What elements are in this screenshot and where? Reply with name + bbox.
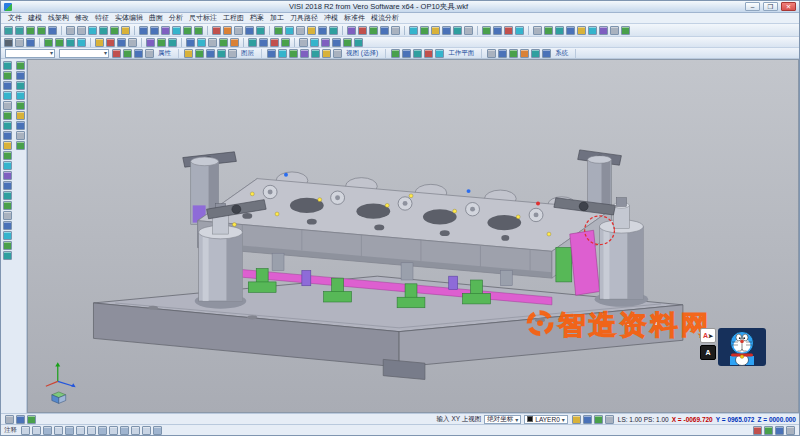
status-toggle-icon[interactable]	[98, 426, 107, 435]
toolbar-icon[interactable]	[318, 26, 327, 35]
status-toggle-icon[interactable]	[142, 426, 151, 435]
toolbar-icon[interactable]	[77, 26, 86, 35]
menu-item[interactable]: 文件	[5, 13, 25, 23]
close-button[interactable]: ✕	[781, 2, 796, 11]
toolbar-icon[interactable]	[245, 26, 254, 35]
toolbar-icon[interactable]	[146, 38, 155, 47]
status-icon[interactable]	[786, 426, 795, 435]
toolbar-icon[interactable]	[577, 26, 586, 35]
tool-palette-icon[interactable]	[16, 141, 25, 150]
status-toggle-icon[interactable]	[32, 426, 41, 435]
toolbar-icon[interactable]	[380, 26, 389, 35]
status-icon[interactable]	[27, 415, 36, 424]
toolbar-icon[interactable]	[26, 26, 35, 35]
toolbar-icon[interactable]	[588, 26, 597, 35]
toolbar-icon[interactable]	[195, 49, 204, 58]
toolbar-icon[interactable]	[66, 26, 75, 35]
menu-item[interactable]: 线架构	[45, 13, 72, 23]
toolbar-icon[interactable]	[168, 38, 177, 47]
tool-palette-icon[interactable]	[3, 101, 12, 110]
status-toggle-icon[interactable]	[153, 426, 162, 435]
status-toggle-icon[interactable]	[120, 426, 129, 435]
toolbar-icon[interactable]	[493, 26, 502, 35]
minimize-button[interactable]: –	[745, 2, 760, 11]
toolbar-icon[interactable]	[285, 26, 294, 35]
status-toggle-icon[interactable]	[76, 426, 85, 435]
menu-item[interactable]: 实体编辑	[112, 13, 146, 23]
toolbar-icon[interactable]	[555, 26, 564, 35]
toolbar-icon[interactable]	[55, 38, 64, 47]
toolbar-icon[interactable]	[391, 26, 400, 35]
toolbar-icon[interactable]	[161, 26, 170, 35]
toolbar-icon[interactable]	[322, 49, 331, 58]
coord-mode-select[interactable]: 绝对坐标	[484, 415, 521, 424]
menu-item[interactable]: 特征	[92, 13, 112, 23]
status-icon[interactable]	[753, 426, 762, 435]
toolbar-icon[interactable]	[186, 38, 195, 47]
tool-palette-icon[interactable]	[3, 231, 12, 240]
menu-item[interactable]: 冲模	[321, 13, 341, 23]
toolbar-icon[interactable]	[121, 26, 130, 35]
toolbar-icon[interactable]	[194, 26, 203, 35]
toolbar-icon[interactable]	[520, 49, 529, 58]
toolbar-icon[interactable]	[599, 26, 608, 35]
toolbar-icon[interactable]	[88, 26, 97, 35]
status-icon[interactable]	[775, 426, 784, 435]
toolbar-icon[interactable]	[150, 26, 159, 35]
toolbar-icon[interactable]	[145, 49, 154, 58]
tool-palette-icon[interactable]	[3, 111, 12, 120]
menu-item[interactable]: 模流分析	[368, 13, 402, 23]
toolbar-icon[interactable]	[621, 26, 630, 35]
toolbar-icon[interactable]	[442, 26, 451, 35]
toolbar-icon[interactable]	[106, 38, 115, 47]
tool-palette-icon[interactable]	[3, 241, 12, 250]
toolbar-icon[interactable]	[134, 49, 143, 58]
tool-palette-icon[interactable]	[3, 121, 12, 130]
status-icon[interactable]	[583, 415, 592, 424]
toolbar-icon[interactable]	[219, 38, 228, 47]
menu-item[interactable]: 加工	[267, 13, 287, 23]
tool-palette-icon[interactable]	[3, 181, 12, 190]
status-icon[interactable]	[5, 415, 14, 424]
toolbar-icon[interactable]	[267, 49, 276, 58]
toolbar-icon[interactable]	[515, 26, 524, 35]
toolbar-icon[interactable]	[228, 49, 237, 58]
status-toggle-icon[interactable]	[21, 426, 30, 435]
toolbar-icon[interactable]	[509, 49, 518, 58]
menu-item[interactable]: 工程图	[220, 13, 247, 23]
status-icon[interactable]	[605, 415, 614, 424]
toolbar-icon[interactable]	[358, 26, 367, 35]
toolbar-icon[interactable]	[566, 26, 575, 35]
tool-palette-icon[interactable]	[16, 101, 25, 110]
model-cylinder-head[interactable]	[198, 172, 612, 278]
toolbar-icon[interactable]	[610, 26, 619, 35]
status-toggle-icon[interactable]	[87, 426, 96, 435]
toolbar-icon[interactable]	[289, 49, 298, 58]
maximize-button[interactable]: ❐	[763, 2, 778, 11]
toolbar-icon[interactable]	[533, 26, 542, 35]
line-color-combo[interactable]	[5, 49, 55, 58]
toolbar-icon[interactable]	[299, 38, 308, 47]
toolbar-icon[interactable]	[464, 26, 473, 35]
toolbar-icon[interactable]	[413, 49, 422, 58]
toolbar-icon[interactable]	[544, 26, 553, 35]
line-style-combo[interactable]	[59, 49, 109, 58]
toolbar-icon[interactable]	[212, 26, 221, 35]
toolbar-icon[interactable]	[487, 49, 496, 58]
toolbar-icon[interactable]	[310, 38, 319, 47]
toolbar-icon[interactable]	[44, 38, 53, 47]
toolbar-icon[interactable]	[482, 26, 491, 35]
toolbar-icon[interactable]	[234, 26, 243, 35]
tool-palette-icon[interactable]	[3, 171, 12, 180]
toolbar-icon[interactable]	[435, 49, 444, 58]
tool-palette-icon[interactable]	[3, 71, 12, 80]
viewport[interactable]: 智造资料网 A➤ A	[27, 59, 799, 413]
toolbar-icon[interactable]	[420, 26, 429, 35]
toolbar-icon[interactable]	[139, 26, 148, 35]
toolbar-icon[interactable]	[117, 38, 126, 47]
toolbar-icon[interactable]	[329, 26, 338, 35]
toolbar-icon[interactable]	[259, 38, 268, 47]
status-icon[interactable]	[16, 415, 25, 424]
tool-palette-icon[interactable]	[3, 161, 12, 170]
toolbar-icon[interactable]	[311, 49, 320, 58]
